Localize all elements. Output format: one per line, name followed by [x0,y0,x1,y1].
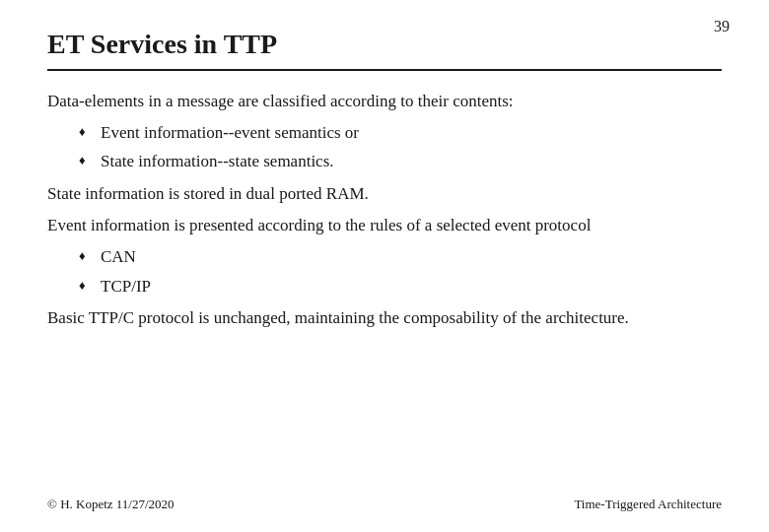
slide-footer: © H. Kopetz 11/27/2020 Time-Triggered Ar… [47,487,722,512]
slide-number: 39 [714,18,730,35]
list-item-tcpip: TCP/IP [79,274,722,299]
para-state-info: State information is stored in dual port… [47,181,722,207]
bullet-list-2: CAN TCP/IP [79,244,722,299]
para-basic-ttp: Basic TTP/C protocol is unchanged, maint… [47,305,722,331]
list-item: Event information--event semantics or [79,120,722,146]
intro-paragraph: Data-elements in a message are classifie… [47,89,722,114]
slide-title: ET Services in TTP [47,28,722,61]
footer-copyright: © H. Kopetz 11/27/2020 [47,497,175,512]
bullet-list-1: Event information--event semantics or St… [79,120,722,175]
slide: 39 ET Services in TTP Data-elements in a… [0,0,769,532]
footer-title: Time-Triggered Architecture [574,497,722,512]
list-item: State information--state semantics. [79,149,722,174]
list-item-can: CAN [79,244,722,270]
title-divider [47,69,722,71]
slide-content: Data-elements in a message are classifie… [47,89,722,487]
para-event-info: Event information is presented according… [47,213,722,238]
